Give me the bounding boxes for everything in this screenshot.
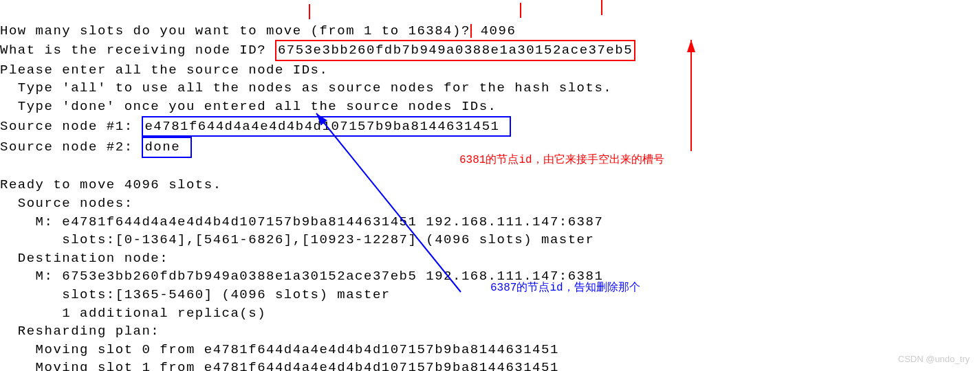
- source-node-1-label: Source node #1:: [0, 119, 142, 134]
- ready-line: Ready to move 4096 slots.: [0, 177, 222, 192]
- input-slots: 4096: [472, 23, 516, 38]
- receiving-node-id-box: 6753e3bb260fdb7b949a0388e1a30152ace37eb5: [275, 40, 635, 61]
- blue-annotation: 6387的节点id，告知删除那个: [490, 280, 640, 295]
- watermark: CSDN @undo_try: [898, 353, 970, 366]
- hint-all: Type 'all' to use all the nodes as sourc…: [0, 80, 612, 95]
- source-node-detail: M: e4781f644d4a4e4d4b4d107157b9ba8144631…: [0, 214, 603, 229]
- dest-node-header: Destination node:: [0, 251, 168, 266]
- dest-node-slots: slots:[1365-5460] (4096 slots) master: [0, 287, 391, 302]
- prompt-slots: How many slots do you want to move (from…: [0, 23, 470, 38]
- replica-line: 1 additional replica(s): [0, 306, 266, 321]
- hint-done: Type 'done' once you entered all the sou…: [0, 99, 497, 114]
- resharding-header: Resharding plan:: [0, 324, 160, 339]
- source-node-slots: slots:[0-1364],[5461-6826],[10923-12287]…: [0, 232, 594, 247]
- source-node-done-box: done: [142, 137, 192, 158]
- source-node-2-label: Source node #2:: [0, 139, 142, 155]
- red-annotation: 6381的节点id，由它来接手空出来的槽号: [459, 153, 664, 168]
- terminal-output: How many slots do you want to move (from…: [0, 3, 635, 371]
- prompt-receiving: What is the receiving node ID?: [0, 43, 275, 58]
- moving-slot-0: Moving slot 0 from e4781f644d4a4e4d4b4d1…: [0, 342, 559, 357]
- moving-slot-1: Moving slot 1 from e4781f644d4a4e4d4b4d1…: [0, 360, 559, 371]
- prompt-source-ids: Please enter all the source node IDs.: [0, 63, 328, 78]
- source-nodes-header: Source nodes:: [0, 196, 133, 211]
- source-node-1-box: e4781f644d4a4e4d4b4d107157b9ba8144631451: [142, 116, 511, 137]
